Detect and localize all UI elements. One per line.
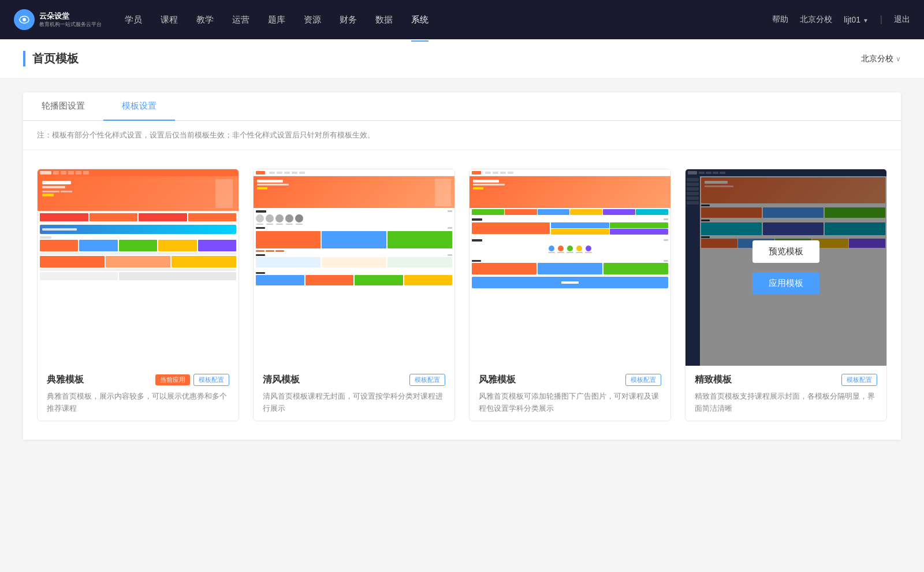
apply-btn-refined[interactable]: 应用模板 [752, 272, 819, 295]
badge-config-elegant[interactable]: 模板配置 [193, 374, 229, 386]
template-overlay-refined: 预览模板 应用模板 [685, 169, 886, 366]
nav-link-operation[interactable]: 运营 [232, 12, 249, 28]
user-link[interactable]: lijt01 ▼ [844, 15, 869, 24]
content: 轮播图设置 模板设置 注：模板有部分个性化样式设置，设置后仅当前模板生效；非个性… [0, 79, 924, 572]
tab-container: 轮播图设置 模板设置 注：模板有部分个性化样式设置，设置后仅当前模板生效；非个性… [23, 92, 901, 440]
template-preview-refined[interactable]: 预览模板 应用模板 [685, 169, 886, 366]
template-badges-refined: 模板配置 [841, 374, 877, 386]
nav-link-system[interactable]: 系统 [411, 12, 429, 28]
template-preview-fengya[interactable]: 预览模板 应用模板 [470, 169, 670, 366]
tab-template[interactable]: 模板设置 [103, 92, 175, 121]
navbar: 云朵设堂 教育机构一站式服务云平台 学员 课程 教学 运营 题库 资源 财务 数… [0, 0, 924, 39]
tab-banner[interactable]: 轮播图设置 [23, 92, 103, 121]
nav-link-resource[interactable]: 资源 [304, 12, 321, 28]
nav-divider: | [880, 14, 882, 25]
logout-link[interactable]: 退出 [894, 14, 910, 25]
template-name-elegant: 典雅模板 [47, 374, 84, 386]
logo-icon [14, 9, 35, 30]
note-text: 注：模板有部分个性化样式设置，设置后仅当前模板生效；非个性化样式设置后只针对所有… [23, 121, 901, 150]
nav-links: 学员 课程 教学 运营 题库 资源 财务 数据 系统 [125, 12, 772, 28]
help-link[interactable]: 帮助 [772, 14, 788, 25]
badge-config-fresh[interactable]: 模板配置 [409, 374, 445, 386]
badge-config-fengya[interactable]: 模板配置 [625, 374, 661, 386]
template-preview-elegant[interactable]: 预览模板 应用模板 [38, 169, 239, 366]
template-badges-fengya: 模板配置 [625, 374, 661, 386]
branch-selector[interactable]: 北京分校 ∨ [861, 54, 901, 64]
badge-current-elegant: 当前应用 [155, 374, 190, 385]
template-badges-elegant: 当前应用 模板配置 [155, 374, 229, 386]
badge-config-refined[interactable]: 模板配置 [841, 374, 877, 386]
template-badges-fresh: 模板配置 [409, 374, 445, 386]
logo[interactable]: 云朵设堂 教育机构一站式服务云平台 [14, 9, 102, 30]
template-desc-fresh: 清风首页模板课程无封面，可设置按学科分类对课程进行展示 [263, 391, 445, 415]
logo-text: 云朵设堂 教育机构一站式服务云平台 [39, 12, 102, 28]
nav-right: 帮助 北京分校 lijt01 ▼ | 退出 [772, 14, 910, 25]
chevron-down-icon: ∨ [896, 55, 901, 63]
template-card-elegant: 预览模板 应用模板 典雅模板 当前应用 模板配置 典雅首页模板，展示内容较多，可… [37, 169, 239, 421]
svg-point-1 [23, 18, 26, 21]
template-info-refined: 精致模板 模板配置 精致首页模板支持课程展示封面，各模板分隔明显，界面简洁清晰 [685, 366, 886, 421]
template-card-refined: 预览模板 应用模板 精致模板 模板配置 精致首页模板支持课程展示封面，各模板分隔… [685, 169, 887, 421]
template-name-fengya: 风雅模板 [479, 374, 516, 386]
template-card-fresh: 预览模板 应用模板 清风模板 模板配置 清风首页模板课程无封面，可设置按学科分类… [253, 169, 455, 421]
branch-label: 北京分校 [861, 54, 893, 64]
template-desc-fengya: 风雅首页模板可添加轮播图下广告图片，可对课程及课程包设置学科分类展示 [479, 391, 661, 415]
nav-link-teaching[interactable]: 教学 [196, 12, 214, 28]
branch-link[interactable]: 北京分校 [800, 14, 832, 25]
template-desc-elegant: 典雅首页模板，展示内容较多，可以展示优惠券和多个推荐课程 [47, 391, 229, 415]
template-card-fengya: 预览模板 应用模板 风雅模板 模板配置 风雅首页模板可添加轮播图下广告图片，可对… [469, 169, 671, 421]
nav-link-data[interactable]: 数据 [375, 12, 393, 28]
nav-link-student[interactable]: 学员 [125, 12, 142, 28]
template-name-fresh: 清风模板 [263, 374, 300, 386]
page-header: 首页模板 北京分校 ∨ [0, 39, 924, 79]
templates-grid: 预览模板 应用模板 典雅模板 当前应用 模板配置 典雅首页模板，展示内容较多，可… [23, 150, 901, 440]
template-name-refined: 精致模板 [695, 374, 732, 386]
template-desc-refined: 精致首页模板支持课程展示封面，各模板分隔明显，界面简洁清晰 [695, 391, 877, 415]
template-info-elegant: 典雅模板 当前应用 模板配置 典雅首页模板，展示内容较多，可以展示优惠券和多个推… [38, 366, 239, 421]
nav-link-course[interactable]: 课程 [161, 12, 178, 28]
template-preview-fresh[interactable]: 预览模板 应用模板 [254, 169, 454, 366]
template-info-fengya: 风雅模板 模板配置 风雅首页模板可添加轮播图下广告图片，可对课程及课程包设置学科… [470, 366, 670, 421]
nav-link-exam[interactable]: 题库 [268, 12, 285, 28]
template-info-fresh: 清风模板 模板配置 清风首页模板课程无封面，可设置按学科分类对课程进行展示 [254, 366, 454, 421]
nav-link-finance[interactable]: 财务 [340, 12, 357, 28]
tabs: 轮播图设置 模板设置 [23, 92, 901, 121]
preview-btn-refined[interactable]: 预览模板 [752, 240, 819, 263]
page-title: 首页模板 [23, 51, 79, 66]
